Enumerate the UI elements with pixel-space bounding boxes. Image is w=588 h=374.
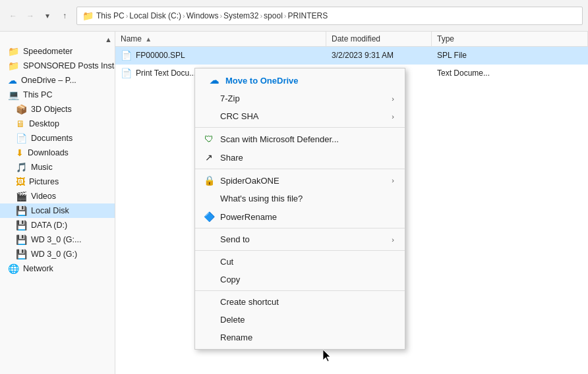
sidebar-item-wd-g2[interactable]: 💾 WD 3_0 (G:) bbox=[0, 247, 115, 261]
col-header-date[interactable]: Date modified bbox=[326, 32, 432, 46]
sidebar-item-pictures[interactable]: 🖼 Pictures bbox=[0, 174, 115, 189]
nav-buttons: ← → ▾ ↑ bbox=[5, 8, 73, 24]
sidebar-item-network[interactable]: 🌐 Network bbox=[0, 261, 115, 276]
context-menu: ☁ Move to OneDrive 7-Zip › CRC SHA › 🛡 S… bbox=[194, 68, 405, 350]
sidebar-item-data-d[interactable]: 💾 DATA (D:) bbox=[0, 218, 115, 232]
ctx-rename[interactable]: Rename bbox=[195, 329, 405, 346]
sidebar: ▲ 📁 Speedometer 📁 SPONSORED Posts Instag… bbox=[0, 32, 115, 374]
context-menu-divider bbox=[195, 228, 405, 228]
context-menu-divider bbox=[195, 127, 405, 128]
ctx-7zip[interactable]: 7-Zip › bbox=[195, 90, 405, 107]
scroll-up-button[interactable]: ▲ bbox=[105, 36, 112, 43]
file-icon: 📄 bbox=[121, 50, 132, 61]
file-icon: 📄 bbox=[121, 68, 132, 78]
folder-icon: 📁 bbox=[8, 61, 19, 71]
sidebar-item-wd-g1[interactable]: 💾 WD 3_0 (G:... bbox=[0, 232, 115, 247]
ctx-delete[interactable]: Delete bbox=[195, 311, 405, 329]
drive-icon: 💾 bbox=[16, 234, 27, 245]
ctx-send-to[interactable]: Send to › bbox=[195, 230, 405, 248]
sidebar-item-music[interactable]: 🎵 Music bbox=[0, 160, 115, 174]
sidebar-item-local-disk[interactable]: 💾 Local Disk bbox=[0, 203, 115, 218]
breadcrumb-printers[interactable]: PRINTERS bbox=[287, 11, 328, 20]
forward-button[interactable]: → bbox=[22, 8, 38, 24]
sidebar-item-3d-objects[interactable]: 📦 3D Objects bbox=[0, 102, 115, 117]
file-type-cell: Text Docume... bbox=[432, 67, 588, 79]
file-list-header: Name ▲ Date modified Type bbox=[115, 32, 588, 47]
sidebar-item-onedrive[interactable]: ☁ OneDrive – P... bbox=[0, 73, 115, 88]
submenu-arrow: › bbox=[392, 113, 394, 120]
col-header-type[interactable]: Type bbox=[432, 32, 588, 46]
file-area: Name ▲ Date modified Type 📄 FP00000.SPL … bbox=[115, 32, 588, 374]
ctx-share[interactable]: ↗ Share bbox=[195, 148, 405, 167]
drive-icon: 💾 bbox=[16, 220, 27, 230]
breadcrumb-windows[interactable]: Windows bbox=[187, 11, 219, 20]
folder-icon: 📄 bbox=[16, 133, 27, 144]
ctx-crc-sha[interactable]: CRC SHA › bbox=[195, 107, 405, 125]
context-menu-divider bbox=[195, 169, 405, 169]
mouse-cursor bbox=[323, 350, 334, 363]
ctx-powerrename[interactable]: 🔷 PowerRename bbox=[195, 207, 405, 226]
main-layout: ▲ 📁 Speedometer 📁 SPONSORED Posts Instag… bbox=[0, 32, 588, 374]
sidebar-item-speedometer[interactable]: 📁 Speedometer bbox=[0, 44, 115, 59]
up-button[interactable]: ↑ bbox=[57, 8, 73, 24]
ctx-scan-defender[interactable]: 🛡 Scan with Microsoft Defender... bbox=[195, 130, 405, 148]
powerrename-icon: 🔷 bbox=[203, 211, 215, 222]
folder-icon: 🖥 bbox=[16, 119, 25, 129]
folder-icon: 🎵 bbox=[16, 162, 27, 173]
context-menu-divider bbox=[195, 250, 405, 251]
ctx-spideroakone[interactable]: 🔒 SpiderOakONE › bbox=[195, 171, 405, 190]
file-date-cell: 3/2/2023 9:31 AM bbox=[326, 49, 432, 61]
drive-icon: 💾 bbox=[16, 249, 27, 259]
ctx-move-to-onedrive[interactable]: ☁ Move to OneDrive bbox=[195, 71, 405, 90]
cloud-icon: ☁ bbox=[8, 75, 17, 86]
sidebar-item-documents[interactable]: 📄 Documents bbox=[0, 131, 115, 146]
breadcrumb: This PC › Local Disk (C:) › Windows › Sy… bbox=[96, 11, 328, 20]
folder-icon: ⬇ bbox=[16, 147, 24, 158]
breadcrumb-this-pc[interactable]: This PC bbox=[96, 11, 125, 20]
defender-icon: 🛡 bbox=[203, 134, 215, 144]
breadcrumb-local-disk[interactable]: Local Disk (C:) bbox=[129, 11, 181, 20]
recent-button[interactable]: ▾ bbox=[40, 8, 55, 24]
folder-icon: 📦 bbox=[16, 104, 27, 115]
folder-icon: 🎬 bbox=[16, 191, 27, 201]
address-folder-icon: 📁 bbox=[82, 11, 94, 21]
sidebar-item-downloads[interactable]: ⬇ Downloads bbox=[0, 146, 115, 160]
sort-arrow: ▲ bbox=[145, 36, 152, 43]
file-type-cell: SPL File bbox=[432, 49, 588, 61]
network-icon: 🌐 bbox=[8, 263, 19, 274]
ctx-cut[interactable]: Cut bbox=[195, 253, 405, 271]
spideroakone-icon: 🔒 bbox=[203, 175, 215, 186]
breadcrumb-system32[interactable]: System32 bbox=[223, 11, 258, 20]
pc-icon: 💻 bbox=[8, 90, 19, 100]
onedrive-icon: ☁ bbox=[208, 75, 220, 86]
submenu-arrow: › bbox=[392, 176, 394, 184]
address-bar-area: ← → ▾ ↑ 📁 This PC › Local Disk (C:) › Wi… bbox=[0, 0, 588, 32]
folder-icon: 🖼 bbox=[16, 176, 25, 187]
ctx-whats-using[interactable]: What's using this file? bbox=[195, 190, 405, 207]
share-icon: ↗ bbox=[203, 152, 215, 163]
ctx-copy[interactable]: Copy bbox=[195, 271, 405, 288]
drive-icon: 💾 bbox=[16, 205, 27, 216]
sidebar-item-sponsored[interactable]: 📁 SPONSORED Posts Instagram Ta... bbox=[0, 59, 115, 73]
ctx-create-shortcut[interactable]: Create shortcut bbox=[195, 293, 405, 311]
breadcrumb-spool[interactable]: spool bbox=[264, 11, 283, 20]
submenu-arrow: › bbox=[392, 236, 394, 244]
back-button[interactable]: ← bbox=[5, 8, 21, 24]
folder-icon: 📁 bbox=[8, 46, 19, 57]
col-header-name[interactable]: Name ▲ bbox=[115, 32, 326, 46]
submenu-arrow: › bbox=[392, 95, 394, 103]
sidebar-item-this-pc[interactable]: 💻 This PC bbox=[0, 88, 115, 102]
file-name-cell: 📄 FP00000.SPL bbox=[115, 49, 326, 62]
file-row[interactable]: 📄 FP00000.SPL 3/2/2023 9:31 AM SPL File bbox=[115, 47, 588, 65]
address-bar[interactable]: 📁 This PC › Local Disk (C:) › Windows › … bbox=[76, 7, 583, 25]
sidebar-item-videos[interactable]: 🎬 Videos bbox=[0, 189, 115, 203]
sidebar-item-desktop[interactable]: 🖥 Desktop bbox=[0, 117, 115, 131]
context-menu-divider bbox=[195, 290, 405, 291]
